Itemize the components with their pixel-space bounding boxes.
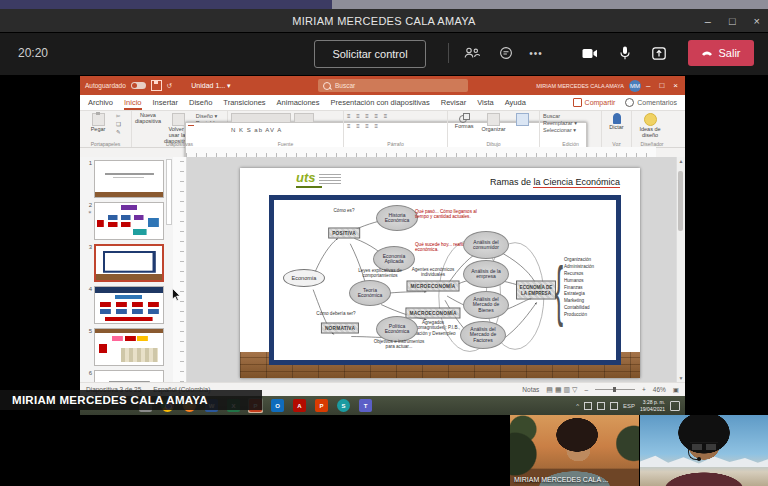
taskbar-skype[interactable]: S (336, 398, 351, 413)
layout-button[interactable]: Diseño ▾ (196, 113, 225, 119)
align-buttons[interactable]: ≡ ≡ ≡ ≡ (347, 123, 444, 129)
participants-button[interactable] (460, 41, 484, 65)
fit-slide-button[interactable]: ▣ (673, 386, 679, 394)
font-name-select[interactable] (231, 113, 291, 123)
tab-archivo[interactable]: Archivo (88, 98, 113, 107)
slide-canvas[interactable]: uts Ramas de la Ciencia Económica (187, 157, 676, 382)
video-tile-participant-2[interactable] (640, 415, 768, 486)
autosave-toggle[interactable] (131, 82, 146, 89)
quick-styles-button[interactable] (510, 113, 536, 139)
font-format-buttons[interactable]: N K S ab AV A (231, 127, 340, 133)
minimize-button[interactable]: – (705, 15, 711, 27)
cut-button[interactable]: ✂ (116, 113, 121, 119)
more-options-button[interactable]: ••• (524, 41, 548, 65)
clock[interactable]: 3:28 p. m. 19/04/2021 (640, 399, 665, 412)
font-size-select[interactable] (294, 113, 314, 123)
main-scrollbar[interactable]: ▲ ▼ (676, 157, 685, 382)
share-button[interactable]: Compartir (573, 98, 616, 107)
tab-ayuda[interactable]: Ayuda (505, 98, 526, 107)
slide-thumbnail-4[interactable] (94, 286, 164, 324)
request-control-button[interactable]: Solicitar control (314, 40, 426, 68)
close-button[interactable]: × (754, 15, 760, 27)
thumbnail-scrollbar[interactable] (166, 159, 172, 225)
node-economia: Economía (283, 269, 325, 287)
network-icon[interactable] (597, 402, 605, 410)
zoom-level[interactable]: 46% (653, 386, 666, 393)
list-buttons[interactable]: ≡ ≡ ≡ ≡ ≡ (347, 113, 444, 119)
camera-button[interactable] (578, 41, 602, 65)
arrange-button[interactable]: Organizar (480, 113, 506, 139)
tab-transiciones[interactable]: Transiciones (223, 98, 265, 107)
view-mode-buttons[interactable]: ▤ ▦ ▥ ▽ (546, 386, 577, 394)
avatar[interactable]: MM (629, 80, 641, 92)
document-title[interactable]: Unidad 1... ▾ (191, 82, 230, 90)
tab-animaciones[interactable]: Animaciones (277, 98, 320, 107)
toolbar-divider (448, 43, 449, 63)
find-button[interactable]: Buscar (543, 113, 577, 119)
save-icon[interactable] (151, 80, 162, 91)
format-painter-button[interactable]: ✎ (116, 129, 121, 135)
background-window-strip-2 (332, 0, 768, 9)
comments-button[interactable]: Comentarios (625, 98, 677, 107)
tray-expand-button[interactable]: ^ (576, 403, 579, 409)
label-como-es: Cómo es? (329, 208, 359, 213)
video-tile-miriam[interactable]: MIRIAM MERCEDES CALA ... (510, 415, 640, 486)
battery-icon[interactable] (610, 402, 618, 410)
keyboard-language[interactable]: ESP (623, 403, 635, 409)
slide-thumbnail-3-selected[interactable] (94, 244, 164, 282)
paste-button[interactable]: Pegar (83, 113, 113, 139)
slide-thumbnail-1[interactable] (94, 160, 164, 198)
volume-icon[interactable] (584, 402, 592, 410)
tab-presentacion[interactable]: Presentación con diapositivas (331, 98, 430, 107)
tab-inicio[interactable]: Inicio (124, 95, 142, 110)
node-microeconomia: MICROECONOMÍA (407, 281, 460, 292)
thumbnail-row-2: 2✶ (83, 202, 173, 240)
slide-number: 6 (83, 370, 92, 382)
taskbar-acrobat[interactable]: A (292, 398, 307, 413)
scroll-down-icon[interactable]: ▼ (677, 375, 685, 381)
leave-button[interactable]: Salir (688, 40, 754, 66)
slide-thumbnail-2[interactable] (94, 202, 164, 240)
shapes-button[interactable]: Formas (451, 113, 477, 139)
scroll-up-icon[interactable]: ▲ (677, 158, 685, 164)
mic-button[interactable] (613, 41, 637, 65)
slide-thumbnail-6[interactable] (94, 370, 164, 382)
tab-vista[interactable]: Vista (477, 98, 494, 107)
tab-insertar[interactable]: Insertar (153, 98, 178, 107)
replace-button[interactable]: Reemplazar ▾ (543, 120, 577, 126)
leave-label: Salir (718, 47, 740, 59)
zoom-out-button[interactable]: – (584, 386, 588, 393)
tab-revisar[interactable]: Revisar (441, 98, 466, 107)
shapes-icon (459, 113, 469, 123)
ppt-close-button[interactable]: × (673, 81, 678, 90)
new-slide-button[interactable]: Nueva diapositiva (135, 113, 161, 139)
zoom-in-button[interactable]: + (642, 386, 646, 393)
taskbar-outlook[interactable]: O (270, 398, 285, 413)
design-ideas-button[interactable]: Ideas de diseño (635, 113, 665, 139)
empresa-item: Estrategia (564, 291, 604, 298)
copy-button[interactable]: ❏ (116, 121, 121, 127)
taskbar-teams[interactable]: T (358, 398, 373, 413)
taskbar-office[interactable]: P (314, 398, 329, 413)
slide[interactable]: uts Ramas de la Ciencia Económica (240, 168, 640, 378)
search-box[interactable]: Buscar (318, 79, 468, 92)
select-button[interactable]: Seleccionar ▾ (543, 127, 577, 133)
dictate-button[interactable]: Dictar (605, 113, 628, 139)
zoom-slider[interactable] (595, 389, 635, 390)
action-center-icon[interactable] (670, 401, 680, 411)
ppt-minimize-button[interactable]: – (646, 81, 650, 90)
notes-button[interactable]: Notas (522, 386, 539, 393)
scroll-thumb[interactable] (678, 171, 683, 231)
share-tray-button[interactable] (647, 41, 671, 65)
account-name[interactable]: MIRIAM MERCEDES CALA AMAYA (536, 83, 624, 89)
ppt-maximize-button[interactable]: □ (659, 81, 664, 90)
mic-icon (620, 46, 630, 60)
maximize-button[interactable]: □ (729, 15, 736, 27)
outlook-icon: O (271, 399, 284, 412)
node-teoria-economica: Teoría Económica (349, 280, 391, 306)
undo-icon[interactable]: ↺ (167, 82, 172, 90)
slide-thumbnail-5[interactable] (94, 328, 164, 366)
uts-logo-text: uts (296, 172, 316, 184)
chat-button[interactable] (494, 41, 518, 65)
tab-diseno[interactable]: Diseño (189, 98, 212, 107)
